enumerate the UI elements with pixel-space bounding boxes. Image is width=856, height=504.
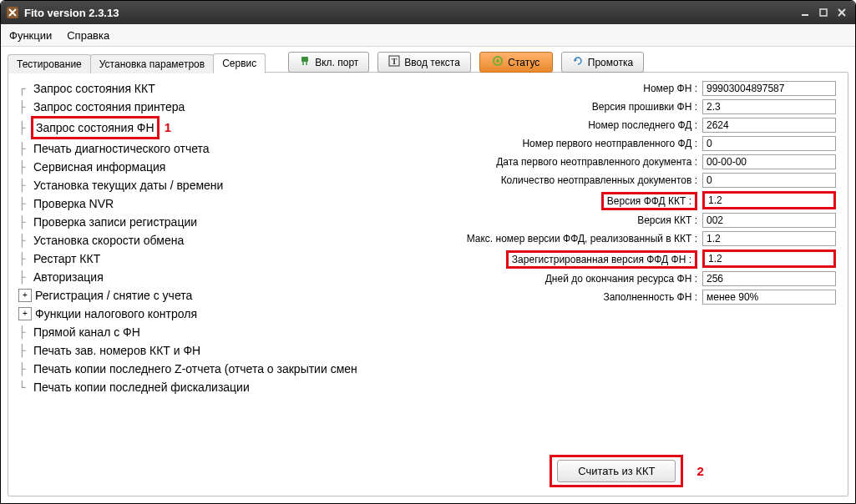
expand-icon[interactable]: +	[18, 307, 32, 320]
tab-strip: Тестирование Установка параметров Сервис	[8, 53, 265, 73]
field-label: Версия ФФД ККТ :	[601, 192, 697, 210]
svg-point-9	[496, 59, 499, 63]
svg-text:T: T	[392, 57, 398, 66]
field-value: 2.3	[702, 99, 836, 114]
status-icon	[492, 55, 504, 69]
field-label: Дата первого неотправленного документа :	[418, 156, 697, 168]
tab-service[interactable]: Сервис	[213, 53, 266, 73]
app-window: Fito version 2.3.13 Функции Справка Тест…	[0, 0, 856, 504]
tree-item[interactable]: ├Печать диагностического отчета	[18, 139, 406, 158]
field-label: Номер первого неотправленного ФД :	[418, 138, 697, 149]
tree-item-expandable[interactable]: +Регистрация / снятие с учета	[18, 286, 406, 305]
menu-help[interactable]: Справка	[63, 28, 113, 43]
service-tree: ┌Запрос состояния ККТ ├Запрос состояния …	[18, 79, 406, 396]
field-label: Макс. номер версии ФФД, реализованный в …	[418, 233, 697, 244]
read-button-highlight: Считать из ККТ	[550, 455, 683, 487]
highlight-marker-2: 2	[696, 464, 703, 478]
svg-rect-2	[820, 9, 827, 16]
field-label: Заполненность ФН :	[418, 291, 697, 303]
field-value: менее 90%	[702, 290, 836, 305]
field-value: 002	[702, 213, 836, 228]
tree-item[interactable]: ├Проверка NVR	[18, 194, 406, 213]
rewind-icon	[572, 55, 584, 69]
window-title: Fito version 2.3.13	[24, 7, 795, 19]
status-form: Номер ФН :99903004897587Версия прошивки …	[418, 81, 836, 305]
tree-item[interactable]: └Печать копии последней фискализации	[18, 378, 406, 396]
tree-item[interactable]: ├Прямой канал с ФН	[18, 323, 406, 341]
tree-item-expandable[interactable]: +Функции налогового контроля	[18, 305, 406, 323]
field-value: 0	[702, 136, 836, 151]
app-icon	[6, 6, 19, 19]
rewind-button[interactable]: Промотка	[561, 52, 644, 73]
maximize-button[interactable]	[815, 6, 832, 19]
tree-item[interactable]: ├Сервисная информация	[18, 158, 406, 176]
highlight-marker-1: 1	[165, 118, 171, 137]
text-input-button[interactable]: T Ввод текста	[377, 52, 470, 73]
tab-params[interactable]: Установка параметров	[90, 54, 214, 73]
minimize-button[interactable]	[797, 6, 813, 19]
field-value: 1.2	[702, 249, 836, 268]
tree-item[interactable]: ├Запрос состояния принтера	[18, 98, 406, 116]
field-value: 256	[702, 271, 836, 286]
field-value: 0	[702, 173, 836, 188]
field-value: 1.2	[702, 191, 836, 209]
plug-icon	[299, 55, 311, 69]
tree-item[interactable]: ├Установка текущих даты / времени	[18, 176, 406, 194]
bottom-bar: Считать из ККТ 2	[418, 455, 836, 487]
text-icon: T	[388, 55, 400, 69]
field-value: 99903004897587	[702, 81, 836, 96]
field-label: Зарегистрированная версия ФФД ФН :	[506, 250, 697, 269]
tree-item[interactable]: ├Печать копии последнего Z-отчета (отчет…	[18, 360, 406, 378]
close-button[interactable]	[833, 6, 850, 19]
field-label: Номер последнего ФД :	[418, 119, 697, 131]
tab-testing[interactable]: Тестирование	[8, 54, 91, 73]
field-value: 1.2	[702, 231, 836, 246]
tree-pane: ┌Запрос состояния ККТ ├Запрос состояния …	[8, 73, 406, 496]
title-bar: Fito version 2.3.13	[1, 1, 855, 24]
svg-rect-3	[301, 57, 308, 62]
status-button[interactable]: Статус	[479, 52, 553, 73]
field-label: Количество неотправленных документов :	[418, 174, 697, 186]
expand-icon[interactable]: +	[18, 289, 32, 302]
tree-item[interactable]: ├Рестарт ККТ	[18, 249, 406, 268]
field-label: Версия прошивки ФН :	[418, 101, 697, 113]
field-label: Дней до окончания ресурса ФН :	[418, 273, 697, 285]
tree-item-fn-state[interactable]: ├Запрос состояния ФН1	[18, 116, 406, 139]
tree-item[interactable]: ├Авторизация	[18, 268, 406, 286]
menu-bar: Функции Справка	[1, 24, 855, 47]
tree-item[interactable]: ├Проверка записи регистрации	[18, 213, 406, 231]
field-value: 00-00-00	[702, 154, 836, 169]
field-label: Номер ФН :	[418, 83, 697, 94]
menu-functions[interactable]: Функции	[6, 28, 55, 43]
details-pane: Номер ФН :99903004897587Версия прошивки …	[406, 73, 848, 496]
read-from-kkt-button[interactable]: Считать из ККТ	[557, 460, 676, 482]
tree-item[interactable]: ┌Запрос состояния ККТ	[18, 79, 406, 98]
field-label: Версия ККТ :	[418, 214, 697, 226]
field-value: 2624	[702, 118, 836, 133]
content-area: ┌Запрос состояния ККТ ├Запрос состояния …	[8, 72, 848, 496]
tree-item[interactable]: ├Установка скорости обмена	[18, 231, 406, 249]
port-button[interactable]: Вкл. порт	[288, 52, 369, 73]
tree-item[interactable]: ├Печать зав. номеров ККТ и ФН	[18, 341, 406, 360]
toolbar: Тестирование Установка параметров Сервис…	[1, 47, 855, 73]
